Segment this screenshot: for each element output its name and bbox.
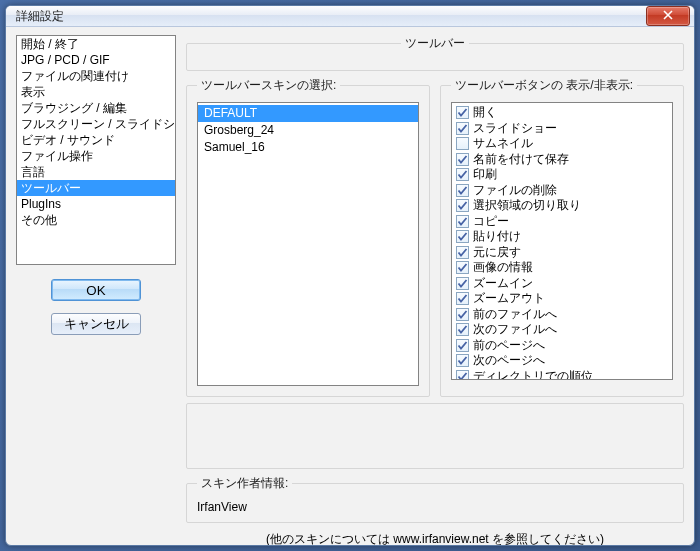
category-item[interactable]: PlugIns	[17, 196, 175, 212]
toolbar-button-list[interactable]: 開くスライドショーサムネイル名前を付けて保存印刷ファイルの削除選択領域の切り取り…	[451, 102, 673, 380]
category-item[interactable]: ビデオ / サウンド	[17, 132, 175, 148]
toolbar-button-label: 印刷	[473, 167, 497, 183]
checkbox-icon[interactable]	[456, 261, 469, 274]
checkbox-icon[interactable]	[456, 153, 469, 166]
button-visibility-group: ツールバーボタンの 表示/非表示: 開くスライドショーサムネイル名前を付けて保存…	[440, 77, 684, 397]
checkbox-icon[interactable]	[456, 122, 469, 135]
checkbox-icon[interactable]	[456, 277, 469, 290]
window: 詳細設定 開始 / 終了JPG / PCD / GIFファイルの関連付け表示ブラ…	[5, 5, 695, 546]
empty-group	[186, 403, 684, 469]
button-visibility-label: ツールバーボタンの 表示/非表示:	[451, 77, 637, 94]
author-group: スキン作者情報: IrfanView	[186, 475, 684, 523]
toolbar-button-label: スライドショー	[473, 121, 557, 137]
toolbar-button-label: サムネイル	[473, 136, 533, 152]
toolbar-button-label: 開く	[473, 105, 497, 121]
toolbar-button-label: 名前を付けて保存	[473, 152, 569, 168]
toolbar-button-label: 前のファイルへ	[473, 307, 557, 323]
toolbar-button-label: 選択領域の切り取り	[473, 198, 581, 214]
toolbar-button-item[interactable]: ズームアウト	[456, 291, 668, 307]
toolbar-button-item[interactable]: ズームイン	[456, 276, 668, 292]
toolbar-button-item[interactable]: ディレクトリでの順位	[456, 369, 668, 381]
skin-select-label: ツールバースキンの選択:	[197, 77, 340, 94]
client-area: 開始 / 終了JPG / PCD / GIFファイルの関連付け表示ブラウジング …	[6, 27, 694, 546]
checkbox-icon[interactable]	[456, 370, 469, 380]
checkbox-icon[interactable]	[456, 199, 469, 212]
toolbar-button-item[interactable]: 画像の情報	[456, 260, 668, 276]
category-item[interactable]: 言語	[17, 164, 175, 180]
skin-item[interactable]: Grosberg_24	[198, 122, 418, 139]
checkbox-icon[interactable]	[456, 230, 469, 243]
toolbar-button-label: 次のページへ	[473, 353, 545, 369]
checkbox-icon[interactable]	[456, 168, 469, 181]
category-item[interactable]: 表示	[17, 84, 175, 100]
toolbar-button-label: ファイルの削除	[473, 183, 557, 199]
checkbox-icon[interactable]	[456, 292, 469, 305]
toolbar-button-item[interactable]: 前のページへ	[456, 338, 668, 354]
toolbar-button-item[interactable]: 貼り付け	[456, 229, 668, 245]
toolbar-button-item[interactable]: 名前を付けて保存	[456, 152, 668, 168]
button-stack: OK キャンセル	[16, 279, 176, 335]
category-item[interactable]: 開始 / 終了	[17, 36, 175, 52]
category-item[interactable]: ファイル操作	[17, 148, 175, 164]
author-value: IrfanView	[197, 498, 673, 516]
toolbar-button-label: ズームイン	[473, 276, 533, 292]
checkbox-icon[interactable]	[456, 106, 469, 119]
toolbar-button-label: コピー	[473, 214, 509, 230]
toolbar-button-label: ズームアウト	[473, 291, 545, 307]
middle-row: ツールバースキンの選択: DEFAULTGrosberg_24Samuel_16…	[186, 77, 684, 397]
toolbar-group-label: ツールバー	[401, 35, 469, 52]
category-item[interactable]: ファイルの関連付け	[17, 68, 175, 84]
toolbar-button-item[interactable]: 印刷	[456, 167, 668, 183]
toolbar-button-label: 次のファイルへ	[473, 322, 557, 338]
checkbox-icon[interactable]	[456, 215, 469, 228]
category-item[interactable]: ブラウジング / 編集	[17, 100, 175, 116]
category-list[interactable]: 開始 / 終了JPG / PCD / GIFファイルの関連付け表示ブラウジング …	[16, 35, 176, 265]
skin-select-group: ツールバースキンの選択: DEFAULTGrosberg_24Samuel_16	[186, 77, 430, 397]
checkbox-icon[interactable]	[456, 184, 469, 197]
category-item[interactable]: フルスクリーン / スライドショー	[17, 116, 175, 132]
toolbar-button-item[interactable]: 元に戻す	[456, 245, 668, 261]
toolbar-group: ツールバー	[186, 35, 684, 71]
skin-item[interactable]: Samuel_16	[198, 139, 418, 156]
toolbar-button-item[interactable]: コピー	[456, 214, 668, 230]
category-item[interactable]: JPG / PCD / GIF	[17, 52, 175, 68]
toolbar-button-label: 元に戻す	[473, 245, 521, 261]
toolbar-button-item[interactable]: 選択領域の切り取り	[456, 198, 668, 214]
close-button[interactable]	[646, 6, 690, 26]
checkbox-icon[interactable]	[456, 354, 469, 367]
toolbar-button-label: 画像の情報	[473, 260, 533, 276]
skin-list[interactable]: DEFAULTGrosberg_24Samuel_16	[197, 102, 419, 386]
checkbox-icon[interactable]	[456, 323, 469, 336]
toolbar-button-label: 前のページへ	[473, 338, 545, 354]
checkbox-icon[interactable]	[456, 246, 469, 259]
checkbox-icon[interactable]	[456, 137, 469, 150]
window-title: 詳細設定	[16, 8, 64, 25]
close-icon	[663, 10, 673, 22]
toolbar-button-item[interactable]: 次のページへ	[456, 353, 668, 369]
author-group-label: スキン作者情報:	[197, 475, 292, 492]
toolbar-button-item[interactable]: サムネイル	[456, 136, 668, 152]
checkbox-icon[interactable]	[456, 339, 469, 352]
toolbar-button-label: 貼り付け	[473, 229, 521, 245]
cancel-button[interactable]: キャンセル	[51, 313, 141, 335]
titlebar: 詳細設定	[6, 6, 694, 27]
right-column: ツールバー ツールバースキンの選択: DEFAULTGrosberg_24Sam…	[186, 35, 684, 546]
toolbar-button-item[interactable]: スライドショー	[456, 121, 668, 137]
category-item[interactable]: ツールバー	[17, 180, 175, 196]
toolbar-button-item[interactable]: 次のファイルへ	[456, 322, 668, 338]
category-item[interactable]: その他	[17, 212, 175, 228]
skin-item[interactable]: DEFAULT	[198, 105, 418, 122]
ok-button[interactable]: OK	[51, 279, 141, 301]
footnote: (他のスキンについては www.irfanview.net を参照してください)	[186, 529, 684, 546]
toolbar-button-label: ディレクトリでの順位	[473, 369, 593, 381]
left-column: 開始 / 終了JPG / PCD / GIFファイルの関連付け表示ブラウジング …	[16, 35, 176, 546]
toolbar-button-item[interactable]: ファイルの削除	[456, 183, 668, 199]
toolbar-button-item[interactable]: 前のファイルへ	[456, 307, 668, 323]
checkbox-icon[interactable]	[456, 308, 469, 321]
toolbar-button-item[interactable]: 開く	[456, 105, 668, 121]
